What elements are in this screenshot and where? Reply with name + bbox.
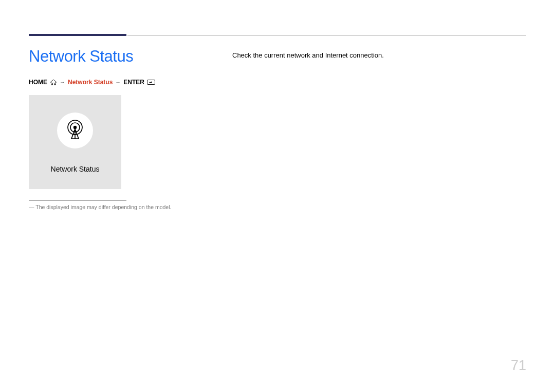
arrow-icon: → <box>60 79 65 85</box>
description-text: Check the current network and Internet c… <box>232 51 384 59</box>
footnote-text: ― The displayed image may differ dependi… <box>29 204 171 210</box>
svg-rect-0 <box>147 80 155 85</box>
tile-label: Network Status <box>51 165 100 182</box>
header-divider <box>127 35 526 35</box>
tile-icon-circle <box>57 113 93 148</box>
arrow-icon: → <box>115 79 121 85</box>
footnote-divider <box>29 200 126 201</box>
header-accent-bar <box>29 34 126 36</box>
breadcrumb: HOME → Network Status → ENTER <box>29 79 155 86</box>
breadcrumb-home: HOME <box>29 79 47 86</box>
network-status-tile: Network Status <box>29 95 121 189</box>
antenna-broadcast-icon <box>64 118 86 143</box>
page-title: Network Status <box>29 47 133 66</box>
page-number: 71 <box>511 358 526 374</box>
home-icon <box>50 79 57 85</box>
breadcrumb-path: Network Status <box>68 79 113 86</box>
breadcrumb-enter: ENTER <box>123 79 144 86</box>
enter-icon <box>147 79 155 85</box>
